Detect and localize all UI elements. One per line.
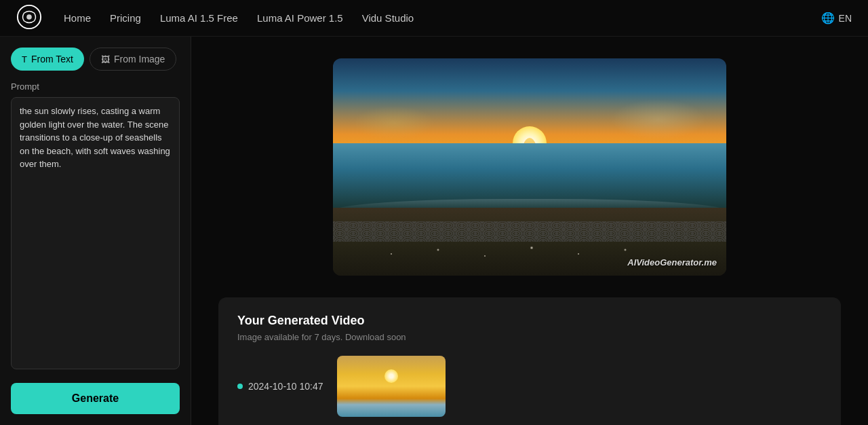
generated-section: Your Generated Video Image available for…: [218, 297, 841, 425]
language-selector[interactable]: 🌐 EN: [821, 12, 852, 24]
content-area: AIVideoGenerator.me Your Generated Video…: [191, 37, 868, 425]
shells: [360, 242, 672, 262]
navbar: Home Pricing Luma AI 1.5 Free Luma AI Po…: [0, 0, 868, 37]
pebbles: [333, 221, 726, 242]
nav-vidu[interactable]: Vidu Studio: [362, 12, 414, 24]
tab-from-text-label: From Text: [31, 54, 73, 64]
prompt-label: Prompt: [11, 81, 180, 92]
language-label: EN: [839, 13, 852, 24]
generated-title: Your Generated Video: [237, 314, 822, 328]
nav-luma-power[interactable]: Luma AI Power 1.5: [257, 12, 343, 24]
video-entry: 2024-10-10 10:47: [237, 356, 822, 417]
video-timestamp: 2024-10-10 10:47: [237, 381, 323, 392]
thumb-sun: [384, 369, 398, 383]
timestamp-label: 2024-10-10 10:47: [248, 381, 323, 392]
preview-image: AIVideoGenerator.me: [333, 58, 726, 276]
image-icon: 🖼: [101, 54, 110, 64]
prompt-input[interactable]: the sun slowly rises, casting a warm gol…: [11, 97, 180, 369]
nav-home[interactable]: Home: [64, 12, 91, 24]
sidebar: T From Text 🖼 From Image Prompt the sun …: [0, 37, 191, 425]
watermark: AIVideoGenerator.me: [627, 257, 717, 267]
tab-group: T From Text 🖼 From Image: [11, 48, 180, 71]
video-thumb-inner: [337, 356, 446, 417]
tab-from-image-label: From Image: [114, 54, 165, 64]
nav-links: Home Pricing Luma AI 1.5 Free Luma AI Po…: [64, 12, 414, 24]
nav-luma-free[interactable]: Luma AI 1.5 Free: [160, 12, 238, 24]
tab-from-image[interactable]: 🖼 From Image: [90, 48, 176, 71]
status-dot: [237, 384, 243, 389]
water: [333, 143, 726, 208]
globe-icon: 🌐: [821, 12, 835, 24]
text-icon: T: [22, 54, 27, 64]
cloud-right: [611, 99, 706, 140]
preview-container: AIVideoGenerator.me: [333, 58, 726, 276]
generate-button[interactable]: Generate: [11, 383, 180, 414]
logo[interactable]: [16, 4, 42, 33]
generated-subtitle: Image available for 7 days. Download soo…: [237, 332, 822, 342]
nav-pricing[interactable]: Pricing: [110, 12, 141, 24]
svg-point-1: [26, 14, 32, 20]
tab-from-text[interactable]: T From Text: [11, 48, 84, 71]
main-layout: T From Text 🖼 From Image Prompt the sun …: [0, 37, 868, 425]
cloud-left: [353, 106, 435, 140]
video-thumbnail[interactable]: [337, 356, 446, 417]
